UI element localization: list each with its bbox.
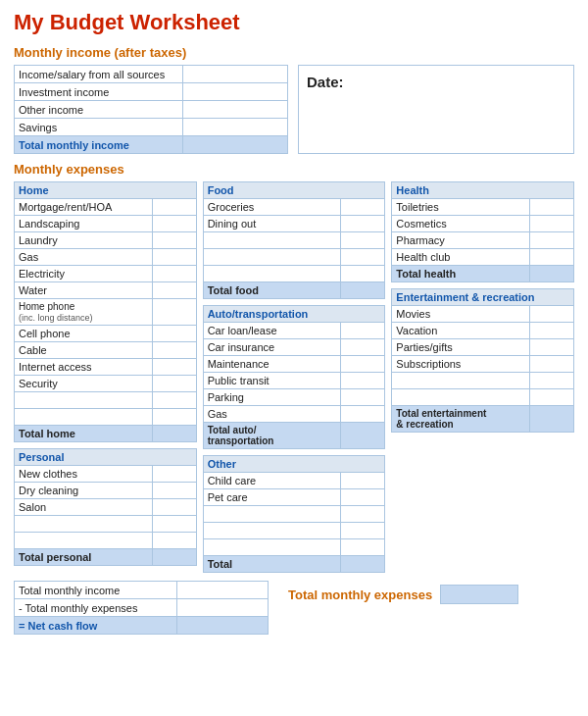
- auto-value-0[interactable]: [341, 323, 385, 339]
- entertainment-value-0[interactable]: [530, 306, 574, 323]
- health-value-2[interactable]: [530, 232, 574, 249]
- personal-value-2[interactable]: [152, 499, 196, 516]
- total-expenses-value[interactable]: [440, 585, 518, 604]
- health-section-header: Health: [392, 182, 574, 199]
- summary-netcash-value[interactable]: [176, 617, 268, 635]
- auto-label-2: Maintenance: [203, 356, 341, 373]
- date-label: Date:: [307, 74, 344, 90]
- home-row-7: Cell phone: [15, 326, 197, 342]
- entertainment-value-2[interactable]: [530, 339, 574, 356]
- other-table: Other Child care Pet care T: [203, 455, 386, 573]
- other-value-0[interactable]: [341, 473, 385, 489]
- entertainment-row-3: Subscriptions: [392, 356, 574, 373]
- income-row-3: Savings: [15, 119, 288, 136]
- home-value-3[interactable]: [152, 249, 196, 266]
- summary-value-1[interactable]: [176, 599, 268, 617]
- other-value-1[interactable]: [341, 489, 385, 506]
- auto-value-4[interactable]: [341, 389, 385, 406]
- entertainment-label-1: Vacation: [392, 323, 530, 339]
- auto-row-3: Public transit: [203, 373, 385, 389]
- home-row-8: Cable: [15, 342, 197, 359]
- health-value-3[interactable]: [530, 249, 574, 266]
- food-value-1[interactable]: [341, 216, 385, 232]
- other-section-header: Other: [203, 456, 385, 473]
- entertainment-value-1[interactable]: [530, 323, 574, 339]
- home-row-0: Mortgage/rent/HOA: [15, 199, 197, 216]
- income-value-3[interactable]: [182, 119, 287, 136]
- income-row-2: Other income: [15, 101, 288, 119]
- other-total-value[interactable]: [341, 556, 385, 573]
- income-table: Income/salary from all sources Investmen…: [14, 65, 288, 154]
- income-total-row: Total monthly income: [15, 136, 288, 154]
- home-value-9[interactable]: [152, 359, 196, 376]
- personal-value-1[interactable]: [152, 483, 196, 499]
- food-value-0[interactable]: [341, 199, 385, 216]
- auto-value-3[interactable]: [341, 373, 385, 389]
- food-total-label: Total food: [203, 282, 341, 299]
- health-total-value[interactable]: [530, 266, 574, 282]
- other-total-row: Total: [203, 556, 385, 573]
- entertainment-label-2: Parties/gifts: [392, 339, 530, 356]
- auto-value-5[interactable]: [341, 406, 385, 423]
- home-total-row: Total home: [15, 426, 197, 442]
- auto-value-1[interactable]: [341, 339, 385, 356]
- entertainment-value-3[interactable]: [530, 356, 574, 373]
- home-label-10: Security: [15, 376, 153, 392]
- personal-total-value[interactable]: [152, 549, 196, 566]
- health-label-3: Health club: [392, 249, 530, 266]
- auto-row-5: Gas: [203, 406, 385, 423]
- food-total-row: Total food: [203, 282, 385, 299]
- entertainment-total-value[interactable]: [530, 406, 574, 433]
- personal-label-1: Dry cleaning: [15, 483, 153, 499]
- income-value-0[interactable]: [182, 66, 287, 83]
- home-label-0: Mortgage/rent/HOA: [15, 199, 153, 216]
- food-label-0: Groceries: [203, 199, 341, 216]
- personal-value-0[interactable]: [152, 466, 196, 483]
- health-value-1[interactable]: [530, 216, 574, 232]
- entertainment-total-label: Total entertainment& recreation: [392, 406, 530, 433]
- page-title: My Budget Worksheet: [14, 10, 574, 35]
- personal-row-4: [15, 533, 197, 549]
- auto-total-value[interactable]: [341, 423, 385, 449]
- expenses-col-2: Food Groceries Dining out T: [203, 181, 386, 573]
- other-row-2: [203, 506, 385, 523]
- other-row-0: Child care: [203, 473, 385, 489]
- auto-row-2: Maintenance: [203, 356, 385, 373]
- income-total-value[interactable]: [182, 136, 287, 154]
- home-value-4[interactable]: [152, 266, 196, 282]
- home-value-0[interactable]: [152, 199, 196, 216]
- home-row-10: Security: [15, 376, 197, 392]
- home-row-12: [15, 409, 197, 426]
- home-value-7[interactable]: [152, 326, 196, 342]
- home-value-5[interactable]: [152, 282, 196, 299]
- health-value-0[interactable]: [530, 199, 574, 216]
- summary-value-0[interactable]: [176, 582, 268, 599]
- auto-label-5: Gas: [203, 406, 341, 423]
- food-total-value[interactable]: [341, 282, 385, 299]
- home-value-1[interactable]: [152, 216, 196, 232]
- personal-total-row: Total personal: [15, 549, 197, 566]
- date-box[interactable]: Date:: [298, 65, 574, 154]
- home-value-6[interactable]: [152, 299, 196, 326]
- auto-label-1: Car insurance: [203, 339, 341, 356]
- income-value-1[interactable]: [182, 83, 287, 101]
- health-total-row: Total health: [392, 266, 574, 282]
- home-value-2[interactable]: [152, 232, 196, 249]
- home-value-8[interactable]: [152, 342, 196, 359]
- home-total-value[interactable]: [152, 426, 196, 442]
- personal-row-0: New clothes: [15, 466, 197, 483]
- entertainment-row-4: [392, 373, 574, 389]
- entertainment-row-2: Parties/gifts: [392, 339, 574, 356]
- personal-row-2: Salon: [15, 499, 197, 516]
- auto-row-1: Car insurance: [203, 339, 385, 356]
- auto-table: Auto/transportation Car loan/lease Car i…: [203, 305, 386, 449]
- summary-table: Total monthly income - Total monthly exp…: [14, 581, 269, 635]
- health-label-1: Cosmetics: [392, 216, 530, 232]
- income-value-2[interactable]: [182, 101, 287, 119]
- auto-value-2[interactable]: [341, 356, 385, 373]
- summary-row-0: Total monthly income: [15, 582, 269, 599]
- food-table: Food Groceries Dining out T: [203, 181, 386, 299]
- home-label-5: Water: [15, 282, 153, 299]
- home-value-10[interactable]: [152, 376, 196, 392]
- entertainment-label-3: Subscriptions: [392, 356, 530, 373]
